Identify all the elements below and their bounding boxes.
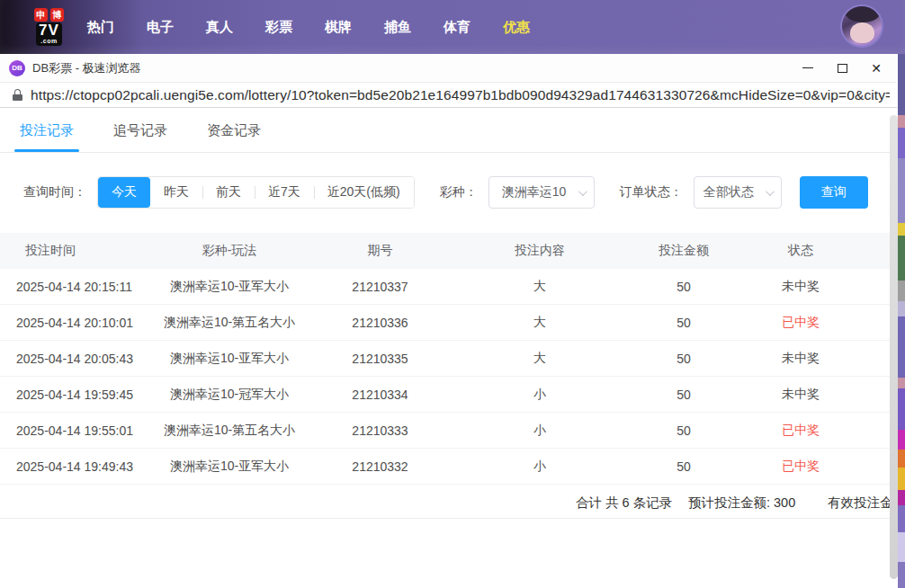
table-header: 投注时间 彩种-玩法 期号 投注内容 投注金额 状态 — [0, 233, 897, 269]
cell-bet-time: 2025-04-14 19:49:43 — [0, 459, 162, 474]
top-menu-item[interactable]: 捕鱼 — [384, 19, 411, 36]
top-menu-item[interactable]: 电子 — [147, 19, 174, 36]
query-button[interactable]: 查询 — [800, 176, 868, 209]
cell-bet-content: 小 — [463, 387, 616, 403]
column-header-time: 投注时间 — [0, 243, 162, 259]
chevron-down-icon — [578, 187, 587, 196]
window-title: DB彩票 - 极速浏览器 — [32, 60, 141, 76]
time-range-option[interactable]: 近20天(低频) — [314, 177, 414, 208]
top-menu-item[interactable]: 彩票 — [265, 19, 292, 36]
cell-issue-number: 21210334 — [297, 388, 463, 402]
site-favicon-icon: DB — [9, 60, 25, 76]
time-range-option[interactable]: 前天 — [202, 177, 255, 208]
lottery-select[interactable]: 澳洲幸运10 — [488, 176, 595, 209]
table-row: 2025-04-14 19:55:01 澳洲幸运10-第五名大小 2121033… — [0, 413, 897, 449]
column-header-amount: 投注金额 — [616, 243, 751, 259]
table-row: 2025-04-14 19:59:45 澳洲幸运10-冠军大小 21210334… — [0, 377, 897, 413]
table-row: 2025-04-14 20:15:11 澳洲幸运10-亚军大小 21210337… — [0, 269, 897, 305]
table-summary: 合计 共 6 条记录 预计投注金额: 300 有效投注金额 — [0, 485, 897, 519]
lock-icon — [13, 89, 22, 101]
cell-bet-amount: 50 — [616, 352, 751, 366]
url-text[interactable]: https://ctopcp02pcali.uengi5e.com/lotter… — [31, 87, 890, 103]
record-tabs: 投注记录 追号记录 资金记录 — [0, 108, 897, 153]
table-body: 2025-04-14 20:15:11 澳洲幸运10-亚军大小 21210337… — [0, 269, 897, 485]
lottery-filter-label: 彩种： — [440, 184, 478, 200]
minimize-icon[interactable] — [791, 55, 825, 82]
cell-bet-content: 大 — [463, 279, 616, 295]
cell-bet-time: 2025-04-14 19:59:45 — [0, 388, 162, 402]
brand-char-2: 博 — [50, 8, 64, 22]
record-tab[interactable]: 投注记录 — [20, 108, 74, 152]
time-filter-label: 查询时间： — [23, 184, 86, 200]
record-tab[interactable]: 追号记录 — [113, 108, 167, 152]
top-nav: 申 博 7V .com 热门 电子 真人 彩票 棋牌 捕鱼 体育 — [0, 0, 905, 54]
avatar-hair-shape — [845, 4, 881, 22]
cell-bet-time: 2025-04-14 20:10:01 — [0, 316, 162, 330]
order-status-select[interactable]: 全部状态 — [694, 176, 782, 209]
time-range-option[interactable]: 今天 — [98, 177, 150, 208]
browser-titlebar: DB DB彩票 - 极速浏览器 ✕ — [0, 54, 897, 83]
cell-bet-content: 大 — [463, 315, 616, 331]
top-menu-item[interactable]: 棋牌 — [325, 19, 352, 36]
order-status-value: 全部状态 — [703, 184, 754, 200]
cell-bet-amount: 50 — [616, 316, 751, 330]
cell-issue-number: 21210337 — [297, 280, 463, 294]
window-controls: ✕ — [791, 55, 893, 82]
chevron-down-icon — [766, 187, 775, 196]
table-row: 2025-04-14 20:05:43 澳洲幸运10-亚军大小 21210335… — [0, 341, 897, 377]
window-edge-scrollbar[interactable] — [890, 115, 898, 579]
page-content: 投注记录 追号记录 资金记录 查询时间： 今天 昨天 前天 近7天 近20天(低… — [0, 108, 897, 588]
summary-expected-amount: 预计投注金额: 300 — [688, 494, 795, 512]
brand-mark: 7V .com — [36, 22, 62, 46]
avatar-face-shape — [850, 22, 874, 43]
cell-game-play: 澳洲幸运10-亚军大小 — [162, 279, 297, 295]
background-window-sliver — [898, 54, 905, 588]
close-icon[interactable]: ✕ — [859, 55, 893, 82]
cell-status: 已中奖 — [751, 423, 850, 439]
screen: 申 博 7V .com 热门 电子 真人 彩票 棋牌 捕鱼 体育 — [0, 0, 905, 588]
summary-total-records: 合计 共 6 条记录 — [576, 494, 672, 512]
brand-logo[interactable]: 申 博 7V .com — [34, 8, 64, 46]
maximize-icon[interactable] — [825, 55, 859, 82]
column-header-status: 状态 — [751, 243, 850, 259]
cell-game-play: 澳洲幸运10-第五名大小 — [162, 423, 297, 439]
cell-issue-number: 21210335 — [297, 352, 463, 366]
cell-bet-amount: 50 — [616, 459, 751, 474]
cell-game-play: 澳洲幸运10-冠军大小 — [162, 387, 297, 403]
record-tab[interactable]: 资金记录 — [207, 108, 261, 152]
table-row: 2025-04-14 20:10:01 澳洲幸运10-第五名大小 2121033… — [0, 305, 897, 341]
table-row: 2025-04-14 19:49:43 澳洲幸运10-亚军大小 21210332… — [0, 449, 897, 485]
time-range-option[interactable]: 近7天 — [255, 177, 314, 208]
time-range-option[interactable]: 昨天 — [150, 177, 202, 208]
cell-game-play: 澳洲幸运10-亚军大小 — [162, 459, 297, 475]
cell-game-play: 澳洲幸运10-第五名大小 — [162, 315, 297, 331]
cell-status: 已中奖 — [751, 459, 850, 475]
top-menu: 热门 电子 真人 彩票 棋牌 捕鱼 体育 优惠 — [87, 19, 530, 36]
cell-bet-content: 大 — [463, 351, 616, 367]
cell-bet-amount: 50 — [616, 423, 751, 438]
cell-status: 未中奖 — [751, 351, 850, 367]
top-menu-item[interactable]: 体育 — [444, 19, 470, 36]
top-menu-item[interactable]: 优惠 — [503, 19, 530, 36]
cell-bet-time: 2025-04-14 20:05:43 — [0, 352, 162, 366]
brand-logo-badges: 申 博 — [34, 8, 64, 22]
top-menu-item[interactable]: 真人 — [206, 19, 233, 36]
cell-bet-time: 2025-04-14 19:55:01 — [0, 423, 162, 438]
cell-issue-number: 21210332 — [297, 459, 463, 474]
column-header-content: 投注内容 — [463, 243, 616, 259]
column-header-issue: 期号 — [297, 243, 463, 259]
cell-bet-time: 2025-04-14 20:15:11 — [0, 280, 162, 294]
cell-bet-content: 小 — [463, 459, 616, 475]
brand-char-1: 申 — [34, 8, 48, 22]
column-header-game: 彩种-玩法 — [162, 243, 297, 259]
cell-status: 已中奖 — [751, 315, 850, 331]
browser-urlbar: https://ctopcp02pcali.uengi5e.com/lotter… — [0, 83, 897, 108]
summary-valid-amount: 有效投注金额 — [828, 494, 897, 512]
top-menu-item[interactable]: 热门 — [87, 19, 114, 36]
user-avatar[interactable] — [840, 4, 883, 48]
cell-issue-number: 21210336 — [297, 316, 463, 330]
cell-bet-amount: 50 — [616, 280, 751, 294]
cell-status: 未中奖 — [751, 279, 850, 295]
cell-bet-content: 小 — [463, 423, 616, 439]
time-range-group: 今天 昨天 前天 近7天 近20天(低频) — [97, 176, 415, 209]
